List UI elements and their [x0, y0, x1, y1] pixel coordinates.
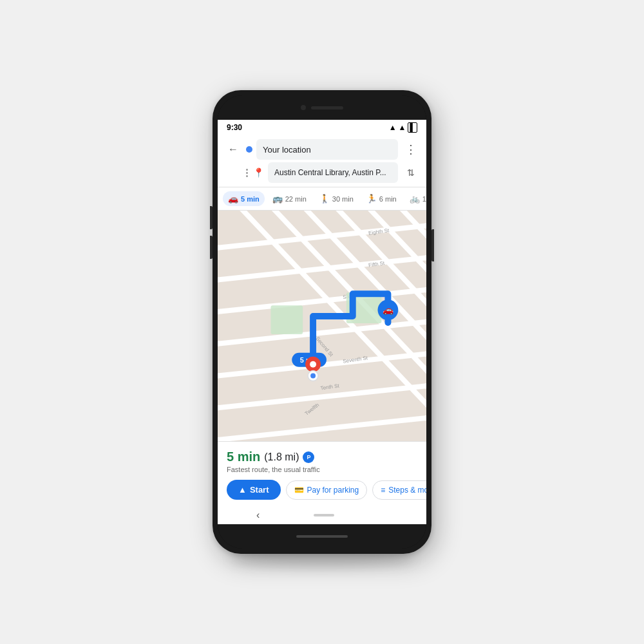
route-subtitle: Fastest route, the usual traffic: [227, 466, 417, 473]
home-nav-bar[interactable]: [314, 514, 334, 516]
running-icon: 🏃: [366, 194, 377, 204]
running-time: 6 min: [379, 195, 397, 203]
battery-icon: ▌: [408, 122, 417, 133]
speaker: [311, 106, 343, 109]
transport-tabs: 🚗 5 min 🚌 22 min 🚶 30 min 🏃 6 min: [218, 187, 426, 211]
route-distance: (1.8 mi): [264, 451, 299, 463]
svg-text:🚗: 🚗: [383, 305, 394, 316]
status-time: 9:30: [227, 123, 242, 132]
route-time: 5 min: [227, 450, 260, 464]
destination-pin-icon: 📍: [253, 167, 264, 178]
transit-time: 22 min: [285, 195, 307, 203]
route-dots: [246, 169, 248, 177]
status-bar: 9:30 ▲ ▲ ▌: [218, 120, 426, 135]
action-buttons: ▲ Start 💳 Pay for parking ≡ Steps & more: [227, 480, 417, 500]
phone-frame: 9:30 ▲ ▲ ▌ ← ⋮: [213, 90, 431, 554]
tab-driving[interactable]: 🚗 5 min: [223, 191, 265, 206]
pay-parking-button[interactable]: 💳 Pay for parking: [286, 480, 368, 500]
system-nav-bar: ‹: [218, 506, 426, 524]
start-button[interactable]: ▲ Start: [227, 480, 281, 500]
screen-content: 9:30 ▲ ▲ ▌ ← ⋮: [218, 120, 426, 524]
transit-icon: 🚌: [272, 194, 283, 204]
top-bezel: [218, 95, 426, 120]
map-svg: Eighth St Fifth St Sixth St Seventh St T…: [218, 211, 426, 441]
steps-more-button[interactable]: ≡ Steps & more: [372, 480, 426, 500]
phone-screen: 9:30 ▲ ▲ ▌ ← ⋮: [218, 95, 426, 549]
walking-icon: 🚶: [319, 194, 330, 204]
tab-running[interactable]: 🏃 6 min: [361, 191, 402, 206]
driving-time: 5 min: [241, 195, 260, 203]
destination-row: 📍 ⇅: [246, 162, 420, 183]
driving-icon: 🚗: [228, 194, 238, 204]
status-icons: ▲ ▲ ▌: [389, 122, 417, 133]
steps-icon: ≡: [381, 486, 385, 495]
back-button[interactable]: ←: [224, 140, 242, 158]
right-side-buttons: [431, 229, 434, 261]
tab-transit[interactable]: 🚌 22 min: [267, 191, 312, 206]
camera: [301, 105, 306, 110]
cycling-icon: 🚲: [410, 194, 420, 204]
route-info: 5 min (1.8 mi) P: [227, 450, 417, 464]
start-icon: ▲: [238, 485, 247, 495]
left-side-buttons: [210, 206, 213, 259]
bottom-bezel: [218, 524, 426, 549]
svg-rect-21: [270, 305, 303, 334]
origin-input[interactable]: [256, 139, 398, 160]
navigation-header: ← ⋮ 📍 ⇅: [218, 135, 426, 187]
origin-row: ← ⋮: [224, 139, 420, 160]
bottom-panel: 5 min (1.8 mi) P Fastest route, the usua…: [218, 441, 426, 506]
map-view[interactable]: Eighth St Fifth St Sixth St Seventh St T…: [218, 211, 426, 441]
pay-parking-label: Pay for parking: [307, 486, 359, 495]
wifi-icon: ▲: [389, 123, 397, 132]
destination-input[interactable]: [268, 162, 398, 183]
home-indicator: [296, 535, 348, 538]
origin-dot: [246, 146, 252, 153]
cycling-time: 10 m: [422, 195, 426, 203]
svg-point-31: [310, 374, 316, 379]
swap-button[interactable]: ⇅: [402, 164, 420, 182]
tab-cycling[interactable]: 🚲 10 m: [404, 191, 426, 206]
back-nav-icon[interactable]: ‹: [256, 509, 260, 521]
svg-point-28: [310, 361, 316, 368]
start-label: Start: [250, 485, 269, 495]
more-button[interactable]: ⋮: [402, 140, 420, 158]
signal-icon: ▲: [399, 123, 406, 132]
parking-badge: P: [303, 451, 314, 463]
steps-label: Steps & more: [388, 486, 426, 495]
walking-time: 30 min: [332, 195, 354, 203]
card-icon: 💳: [294, 486, 304, 495]
tab-walking[interactable]: 🚶 30 min: [314, 191, 359, 206]
